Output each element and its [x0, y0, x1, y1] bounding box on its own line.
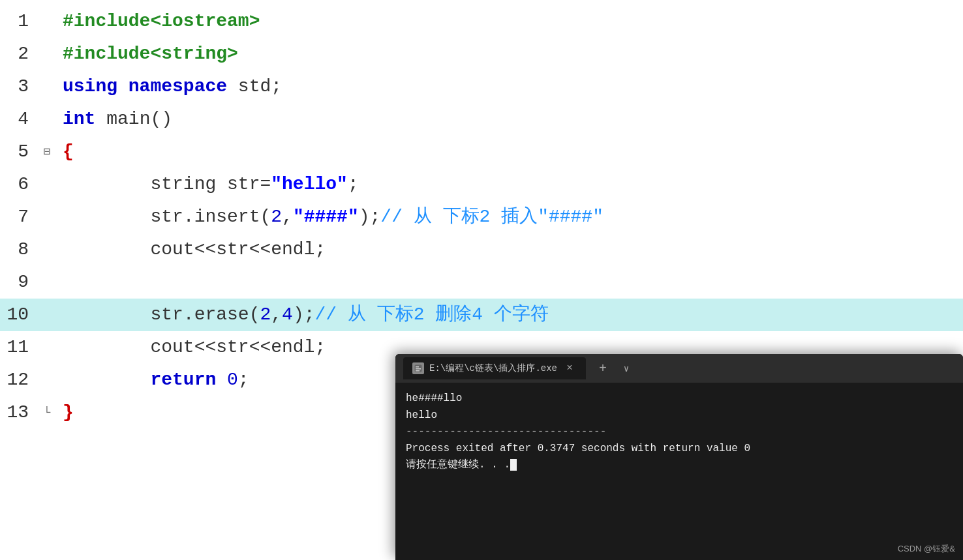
watermark: CSDN @钰爱&	[898, 543, 955, 555]
terminal-output-line: hello	[406, 407, 953, 424]
terminal-close-button[interactable]: ×	[562, 361, 577, 376]
line-number: 7	[0, 201, 39, 233]
terminal-output-line: he####llo	[406, 391, 953, 407]
editor-area: 1#include<iostream>2#include<string>3usi…	[0, 0, 963, 560]
line-number: 9	[0, 266, 39, 299]
code-line: 7 str.insert(2,"####");// 从 下标2 插入"####"	[0, 201, 963, 233]
fold-indicator: ⊟	[39, 136, 55, 168]
line-number: 8	[0, 233, 39, 266]
terminal-tab-icon	[412, 362, 424, 374]
terminal-title: E:\编程\c链表\插入排序.exe	[429, 362, 557, 374]
code-line: 9	[0, 266, 963, 299]
terminal-cursor	[510, 459, 517, 471]
svg-rect-2	[416, 368, 421, 370]
line-number: 13	[0, 396, 39, 429]
svg-rect-3	[416, 370, 420, 372]
code-content: str.insert(2,"####");// 从 下标2 插入"####"	[55, 201, 963, 233]
code-line: 1#include<iostream>	[0, 5, 963, 38]
code-content: cout<<str<<endl;	[55, 233, 963, 266]
terminal-output-line: Process exited after 0.3747 seconds with…	[406, 441, 953, 458]
code-line: 10 str.erase(2,4);// 从 下标2 删除4 个字符	[0, 299, 963, 331]
terminal-titlebar: E:\编程\c链表\插入排序.exe × + ∨	[395, 354, 963, 383]
terminal-add-button[interactable]: +	[594, 359, 612, 377]
code-content: int main()	[55, 103, 963, 136]
code-line: 5⊟{	[0, 136, 963, 168]
code-content: string str="hello";	[55, 168, 963, 201]
line-number: 12	[0, 364, 39, 396]
code-content: {	[55, 136, 963, 168]
terminal-tab[interactable]: E:\编程\c链表\插入排序.exe ×	[403, 357, 586, 379]
terminal-output-line: 请按任意键继续. . .	[406, 457, 953, 474]
terminal-output-line: --------------------------------	[406, 424, 953, 441]
code-line: 3using namespace std;	[0, 70, 963, 103]
line-number: 10	[0, 299, 39, 331]
line-number: 1	[0, 5, 39, 38]
code-line: 6 string str="hello";	[0, 168, 963, 201]
code-line: 8 cout<<str<<endl;	[0, 233, 963, 266]
code-content: using namespace std;	[55, 70, 963, 103]
line-number: 3	[0, 70, 39, 103]
terminal-window: E:\编程\c链表\插入排序.exe × + ∨ he####llohello-…	[395, 354, 963, 560]
code-line: 2#include<string>	[0, 38, 963, 70]
code-content: #include<iostream>	[55, 5, 963, 38]
line-number: 6	[0, 168, 39, 201]
terminal-dropdown-button[interactable]: ∨	[617, 359, 635, 377]
code-line: 4int main()	[0, 103, 963, 136]
fold-indicator: └	[39, 396, 55, 429]
line-number: 5	[0, 136, 39, 168]
svg-rect-1	[416, 366, 419, 368]
line-number: 2	[0, 38, 39, 70]
code-content: #include<string>	[55, 38, 963, 70]
line-number: 11	[0, 331, 39, 364]
code-content: str.erase(2,4);// 从 下标2 删除4 个字符	[55, 299, 963, 331]
line-number: 4	[0, 103, 39, 136]
terminal-body: he####llohello--------------------------…	[395, 383, 963, 560]
